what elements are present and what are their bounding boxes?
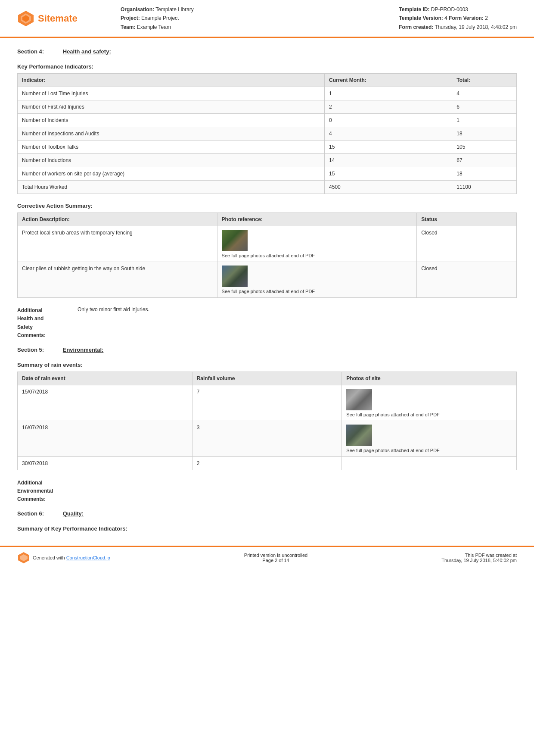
kpi-col-total: Total: bbox=[452, 74, 517, 87]
kpi-row-5-col-0: Number of Inductions bbox=[18, 154, 325, 167]
corrective-row-1-photo-caption: See full page photos attached at end of … bbox=[222, 289, 413, 294]
form-created-line: Form created: Thursday, 19 July 2018, 4:… bbox=[399, 23, 517, 31]
corrective-row-1-photo-thumb bbox=[222, 266, 248, 287]
rain-row-0-volume: 7 bbox=[192, 385, 342, 421]
rain-row-2-photos bbox=[342, 456, 517, 470]
kpi-row-2-col-0: Number of Incidents bbox=[18, 114, 325, 127]
rain-row-1-volume: 3 bbox=[192, 421, 342, 456]
rain-row-2-volume: 2 bbox=[192, 456, 342, 470]
corrective-col-description: Action Description: bbox=[18, 213, 217, 226]
kpi-row-5-col-1: 14 bbox=[325, 154, 452, 167]
section5-heading: Section 5: Environmental: bbox=[17, 347, 517, 353]
project-line: Project: Example Project bbox=[121, 14, 194, 22]
kpi-row-0-col-1: 1 bbox=[325, 87, 452, 100]
rain-row-1-photo-thumb bbox=[346, 425, 372, 446]
rain-col-photos: Photos of site bbox=[342, 372, 517, 385]
kpi-row-1-col-2: 6 bbox=[452, 100, 517, 114]
main-content: Section 4: Health and safety: Key Perfor… bbox=[0, 38, 534, 546]
corrective-row-1-status: Closed bbox=[417, 262, 517, 298]
kpi-row-7-col-1: 4500 bbox=[325, 181, 452, 194]
health-comment-label: AdditionalHealth andSafetyComments: bbox=[17, 306, 78, 340]
team-line: Team: Example Team bbox=[121, 23, 194, 31]
template-id-line: Template ID: DP-PROD-0003 bbox=[399, 5, 517, 14]
footer-uncontrolled: Printed version is uncontrolled bbox=[244, 553, 307, 558]
rain-row-0-photo-caption: See full page photos attached at end of … bbox=[346, 412, 512, 417]
health-comment-value: Only two minor first aid injuries. bbox=[78, 306, 149, 340]
rain-row-1-date: 16/07/2018 bbox=[18, 421, 192, 456]
footer-pdf-date: Thursday, 19 July 2018, 5:40:02 pm bbox=[441, 558, 517, 563]
kpi-row-0-col-2: 4 bbox=[452, 87, 517, 100]
kpi-heading: Key Performance Indicators: bbox=[17, 63, 517, 70]
kpi-row-0-col-0: Number of Lost Time Injuries bbox=[18, 87, 325, 100]
corrective-col-photo: Photo reference: bbox=[217, 213, 417, 226]
kpi-row-6-col-0: Number of workers on site per day (avera… bbox=[18, 167, 325, 181]
kpi-row-7-col-0: Total Hours Worked bbox=[18, 181, 325, 194]
kpi-row-6-col-2: 18 bbox=[452, 167, 517, 181]
kpi-row-3-col-0: Number of Inspections and Audits bbox=[18, 127, 325, 141]
corrective-row-0-status: Closed bbox=[417, 226, 517, 262]
footer-link[interactable]: ConstructionCloud.io bbox=[66, 555, 110, 560]
org-line: Organisation: Template Library bbox=[121, 5, 194, 14]
footer-left: Generated with ConstructionCloud.io bbox=[17, 551, 110, 564]
kpi-row-7-col-2: 11100 bbox=[452, 181, 517, 194]
kpi-row-2-col-2: 1 bbox=[452, 114, 517, 127]
health-comment-block: AdditionalHealth andSafetyComments: Only… bbox=[17, 306, 517, 340]
kpi-col-current: Current Month: bbox=[325, 74, 452, 87]
rain-row-2-date: 30/07/2018 bbox=[18, 456, 192, 470]
kpi-row-4-col-1: 15 bbox=[325, 141, 452, 154]
corrective-row-1-description: Clear piles of rubbish getting in the wa… bbox=[18, 262, 217, 298]
rain-row-1-photo-caption: See full page photos attached at end of … bbox=[346, 448, 512, 453]
env-comment-label: AdditionalEnvironmentalComments: bbox=[17, 479, 78, 504]
kpi-row-3-col-2: 18 bbox=[452, 127, 517, 141]
footer-center: Printed version is uncontrolled Page 2 o… bbox=[244, 553, 307, 563]
logo-area: Sitemate bbox=[17, 10, 103, 27]
template-version-line: Template Version: 4 Form Version: 2 bbox=[399, 14, 517, 22]
rain-row-0-photos: See full page photos attached at end of … bbox=[342, 385, 517, 421]
section6-kpi-heading: Summary of Key Performance Indicators: bbox=[17, 525, 517, 532]
env-comment-block: AdditionalEnvironmentalComments: bbox=[17, 479, 517, 504]
rain-row-0-photo-thumb bbox=[346, 389, 372, 410]
kpi-row-5-col-2: 67 bbox=[452, 154, 517, 167]
kpi-row-2-col-1: 0 bbox=[325, 114, 452, 127]
rain-row-0-date: 15/07/2018 bbox=[18, 385, 192, 421]
section4-heading: Section 4: Health and safety: bbox=[17, 48, 517, 55]
corrective-row-0-photo-caption: See full page photos attached at end of … bbox=[222, 253, 413, 258]
corrective-heading: Corrective Action Summary: bbox=[17, 203, 517, 209]
kpi-row-1-col-0: Number of First Aid Injuries bbox=[18, 100, 325, 114]
kpi-table: Indicator: Current Month: Total: Number … bbox=[17, 73, 517, 194]
rain-table: Date of rain event Rainfall volume Photo… bbox=[17, 372, 517, 470]
corrective-row-0-photo-thumb bbox=[222, 230, 248, 251]
kpi-row-4-col-0: Number of Toolbox Talks bbox=[18, 141, 325, 154]
header-meta: Organisation: Template Library Project: … bbox=[103, 5, 517, 31]
page-header: Sitemate Organisation: Template Library … bbox=[0, 0, 534, 38]
header-col-left: Organisation: Template Library Project: … bbox=[121, 5, 194, 31]
corrective-row-0-photo: See full page photos attached at end of … bbox=[217, 226, 417, 262]
footer-page: Page 2 of 14 bbox=[244, 558, 307, 563]
sitemate-logo-icon bbox=[17, 10, 34, 27]
rain-row-1-photos: See full page photos attached at end of … bbox=[342, 421, 517, 456]
rain-col-volume: Rainfall volume bbox=[192, 372, 342, 385]
footer-logo-icon bbox=[17, 551, 30, 564]
kpi-row-4-col-2: 105 bbox=[452, 141, 517, 154]
kpi-col-indicator: Indicator: bbox=[18, 74, 325, 87]
kpi-row-3-col-1: 4 bbox=[325, 127, 452, 141]
footer-generated-text: Generated with ConstructionCloud.io bbox=[33, 555, 110, 560]
corrective-row-1-photo: See full page photos attached at end of … bbox=[217, 262, 417, 298]
header-col-right: Template ID: DP-PROD-0003 Template Versi… bbox=[399, 5, 517, 31]
kpi-row-1-col-1: 2 bbox=[325, 100, 452, 114]
rain-col-date: Date of rain event bbox=[18, 372, 192, 385]
footer-pdf-created: This PDF was created at bbox=[441, 553, 517, 558]
corrective-col-status: Status bbox=[417, 213, 517, 226]
corrective-row-0-description: Protect local shrub areas with temporary… bbox=[18, 226, 217, 262]
page-footer: Generated with ConstructionCloud.io Prin… bbox=[0, 546, 534, 569]
footer-right: This PDF was created at Thursday, 19 Jul… bbox=[441, 553, 517, 563]
corrective-table: Action Description: Photo reference: Sta… bbox=[17, 212, 517, 298]
rain-heading: Summary of rain events: bbox=[17, 362, 517, 368]
section6-heading: Section 6: Quality: bbox=[17, 510, 517, 517]
kpi-row-6-col-1: 15 bbox=[325, 167, 452, 181]
logo-text: Sitemate bbox=[38, 13, 78, 24]
